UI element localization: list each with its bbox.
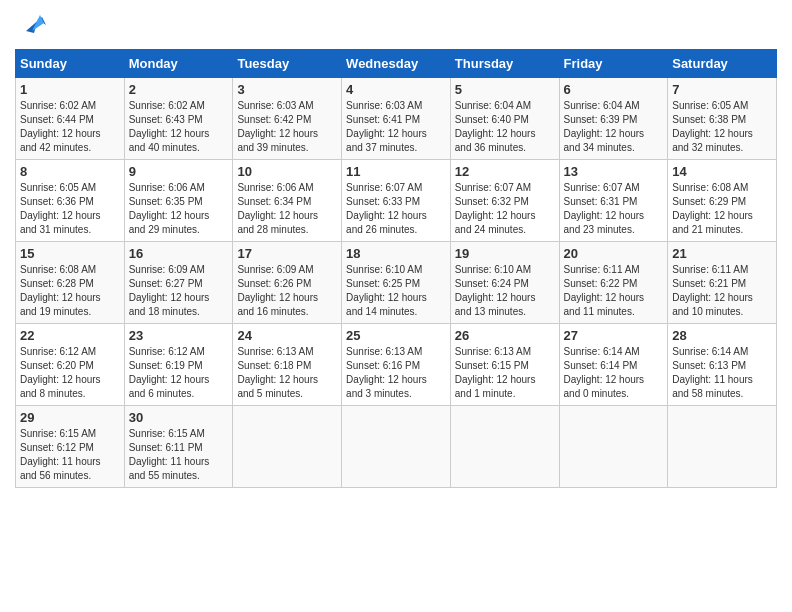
day-number: 3 xyxy=(237,82,337,97)
calendar-day-cell xyxy=(342,406,451,488)
calendar-day-cell: 30 Sunrise: 6:15 AMSunset: 6:11 PMDaylig… xyxy=(124,406,233,488)
calendar-day-cell: 9 Sunrise: 6:06 AMSunset: 6:35 PMDayligh… xyxy=(124,160,233,242)
day-info: Sunrise: 6:13 AMSunset: 6:16 PMDaylight:… xyxy=(346,346,427,399)
day-number: 4 xyxy=(346,82,446,97)
day-info: Sunrise: 6:08 AMSunset: 6:29 PMDaylight:… xyxy=(672,182,753,235)
weekday-header: Saturday xyxy=(668,50,777,78)
calendar-day-cell: 1 Sunrise: 6:02 AMSunset: 6:44 PMDayligh… xyxy=(16,78,125,160)
day-number: 9 xyxy=(129,164,229,179)
page-header xyxy=(15,15,777,39)
day-number: 2 xyxy=(129,82,229,97)
logo xyxy=(15,15,50,39)
calendar-week-row: 8 Sunrise: 6:05 AMSunset: 6:36 PMDayligh… xyxy=(16,160,777,242)
day-info: Sunrise: 6:11 AMSunset: 6:22 PMDaylight:… xyxy=(564,264,645,317)
day-info: Sunrise: 6:12 AMSunset: 6:20 PMDaylight:… xyxy=(20,346,101,399)
day-number: 28 xyxy=(672,328,772,343)
calendar-day-cell xyxy=(668,406,777,488)
weekday-header-row: SundayMondayTuesdayWednesdayThursdayFrid… xyxy=(16,50,777,78)
day-number: 22 xyxy=(20,328,120,343)
day-number: 14 xyxy=(672,164,772,179)
day-number: 15 xyxy=(20,246,120,261)
day-number: 19 xyxy=(455,246,555,261)
day-info: Sunrise: 6:15 AMSunset: 6:11 PMDaylight:… xyxy=(129,428,210,481)
calendar-day-cell: 2 Sunrise: 6:02 AMSunset: 6:43 PMDayligh… xyxy=(124,78,233,160)
day-info: Sunrise: 6:03 AMSunset: 6:42 PMDaylight:… xyxy=(237,100,318,153)
day-info: Sunrise: 6:12 AMSunset: 6:19 PMDaylight:… xyxy=(129,346,210,399)
day-info: Sunrise: 6:02 AMSunset: 6:43 PMDaylight:… xyxy=(129,100,210,153)
day-number: 11 xyxy=(346,164,446,179)
calendar-day-cell: 18 Sunrise: 6:10 AMSunset: 6:25 PMDaylig… xyxy=(342,242,451,324)
calendar-day-cell: 11 Sunrise: 6:07 AMSunset: 6:33 PMDaylig… xyxy=(342,160,451,242)
day-info: Sunrise: 6:08 AMSunset: 6:28 PMDaylight:… xyxy=(20,264,101,317)
day-info: Sunrise: 6:09 AMSunset: 6:26 PMDaylight:… xyxy=(237,264,318,317)
day-info: Sunrise: 6:13 AMSunset: 6:18 PMDaylight:… xyxy=(237,346,318,399)
day-number: 29 xyxy=(20,410,120,425)
calendar-day-cell: 26 Sunrise: 6:13 AMSunset: 6:15 PMDaylig… xyxy=(450,324,559,406)
day-info: Sunrise: 6:04 AMSunset: 6:39 PMDaylight:… xyxy=(564,100,645,153)
day-info: Sunrise: 6:03 AMSunset: 6:41 PMDaylight:… xyxy=(346,100,427,153)
day-info: Sunrise: 6:14 AMSunset: 6:14 PMDaylight:… xyxy=(564,346,645,399)
day-number: 13 xyxy=(564,164,664,179)
calendar-week-row: 15 Sunrise: 6:08 AMSunset: 6:28 PMDaylig… xyxy=(16,242,777,324)
day-number: 6 xyxy=(564,82,664,97)
calendar-day-cell: 21 Sunrise: 6:11 AMSunset: 6:21 PMDaylig… xyxy=(668,242,777,324)
day-number: 10 xyxy=(237,164,337,179)
calendar-day-cell: 6 Sunrise: 6:04 AMSunset: 6:39 PMDayligh… xyxy=(559,78,668,160)
calendar-day-cell: 13 Sunrise: 6:07 AMSunset: 6:31 PMDaylig… xyxy=(559,160,668,242)
day-info: Sunrise: 6:07 AMSunset: 6:31 PMDaylight:… xyxy=(564,182,645,235)
day-number: 8 xyxy=(20,164,120,179)
calendar-day-cell: 7 Sunrise: 6:05 AMSunset: 6:38 PMDayligh… xyxy=(668,78,777,160)
day-info: Sunrise: 6:05 AMSunset: 6:36 PMDaylight:… xyxy=(20,182,101,235)
calendar-day-cell: 25 Sunrise: 6:13 AMSunset: 6:16 PMDaylig… xyxy=(342,324,451,406)
calendar-day-cell xyxy=(559,406,668,488)
calendar-day-cell: 24 Sunrise: 6:13 AMSunset: 6:18 PMDaylig… xyxy=(233,324,342,406)
day-info: Sunrise: 6:13 AMSunset: 6:15 PMDaylight:… xyxy=(455,346,536,399)
day-number: 16 xyxy=(129,246,229,261)
calendar-day-cell: 29 Sunrise: 6:15 AMSunset: 6:12 PMDaylig… xyxy=(16,406,125,488)
day-number: 18 xyxy=(346,246,446,261)
calendar-day-cell: 12 Sunrise: 6:07 AMSunset: 6:32 PMDaylig… xyxy=(450,160,559,242)
calendar-day-cell: 20 Sunrise: 6:11 AMSunset: 6:22 PMDaylig… xyxy=(559,242,668,324)
weekday-header: Monday xyxy=(124,50,233,78)
day-info: Sunrise: 6:07 AMSunset: 6:32 PMDaylight:… xyxy=(455,182,536,235)
calendar-day-cell: 16 Sunrise: 6:09 AMSunset: 6:27 PMDaylig… xyxy=(124,242,233,324)
day-info: Sunrise: 6:06 AMSunset: 6:34 PMDaylight:… xyxy=(237,182,318,235)
day-info: Sunrise: 6:11 AMSunset: 6:21 PMDaylight:… xyxy=(672,264,753,317)
weekday-header: Tuesday xyxy=(233,50,342,78)
day-info: Sunrise: 6:10 AMSunset: 6:25 PMDaylight:… xyxy=(346,264,427,317)
calendar-day-cell: 28 Sunrise: 6:14 AMSunset: 6:13 PMDaylig… xyxy=(668,324,777,406)
calendar-day-cell: 19 Sunrise: 6:10 AMSunset: 6:24 PMDaylig… xyxy=(450,242,559,324)
day-info: Sunrise: 6:09 AMSunset: 6:27 PMDaylight:… xyxy=(129,264,210,317)
day-info: Sunrise: 6:06 AMSunset: 6:35 PMDaylight:… xyxy=(129,182,210,235)
calendar-day-cell: 4 Sunrise: 6:03 AMSunset: 6:41 PMDayligh… xyxy=(342,78,451,160)
calendar-day-cell xyxy=(450,406,559,488)
day-info: Sunrise: 6:10 AMSunset: 6:24 PMDaylight:… xyxy=(455,264,536,317)
calendar-day-cell: 10 Sunrise: 6:06 AMSunset: 6:34 PMDaylig… xyxy=(233,160,342,242)
day-info: Sunrise: 6:14 AMSunset: 6:13 PMDaylight:… xyxy=(672,346,753,399)
calendar-week-row: 22 Sunrise: 6:12 AMSunset: 6:20 PMDaylig… xyxy=(16,324,777,406)
day-number: 26 xyxy=(455,328,555,343)
day-number: 17 xyxy=(237,246,337,261)
calendar-day-cell: 5 Sunrise: 6:04 AMSunset: 6:40 PMDayligh… xyxy=(450,78,559,160)
day-info: Sunrise: 6:15 AMSunset: 6:12 PMDaylight:… xyxy=(20,428,101,481)
day-number: 7 xyxy=(672,82,772,97)
day-number: 1 xyxy=(20,82,120,97)
day-number: 30 xyxy=(129,410,229,425)
calendar-day-cell: 14 Sunrise: 6:08 AMSunset: 6:29 PMDaylig… xyxy=(668,160,777,242)
day-number: 25 xyxy=(346,328,446,343)
calendar-day-cell xyxy=(233,406,342,488)
weekday-header: Friday xyxy=(559,50,668,78)
day-number: 24 xyxy=(237,328,337,343)
calendar-table: SundayMondayTuesdayWednesdayThursdayFrid… xyxy=(15,49,777,488)
calendar-day-cell: 22 Sunrise: 6:12 AMSunset: 6:20 PMDaylig… xyxy=(16,324,125,406)
day-info: Sunrise: 6:07 AMSunset: 6:33 PMDaylight:… xyxy=(346,182,427,235)
calendar-day-cell: 17 Sunrise: 6:09 AMSunset: 6:26 PMDaylig… xyxy=(233,242,342,324)
calendar-day-cell: 8 Sunrise: 6:05 AMSunset: 6:36 PMDayligh… xyxy=(16,160,125,242)
day-number: 21 xyxy=(672,246,772,261)
calendar-day-cell: 23 Sunrise: 6:12 AMSunset: 6:19 PMDaylig… xyxy=(124,324,233,406)
day-number: 27 xyxy=(564,328,664,343)
calendar-day-cell: 3 Sunrise: 6:03 AMSunset: 6:42 PMDayligh… xyxy=(233,78,342,160)
day-number: 12 xyxy=(455,164,555,179)
day-number: 20 xyxy=(564,246,664,261)
day-info: Sunrise: 6:02 AMSunset: 6:44 PMDaylight:… xyxy=(20,100,101,153)
